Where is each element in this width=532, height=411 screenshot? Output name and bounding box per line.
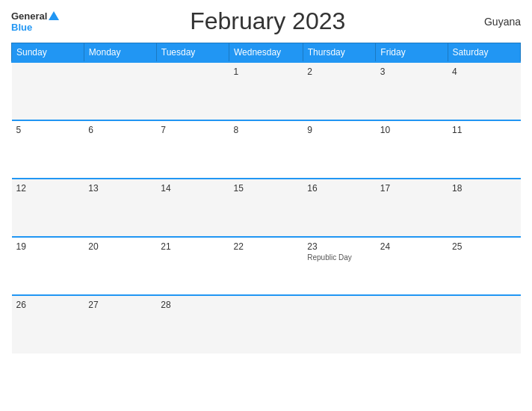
- logo-general-text: General: [11, 10, 47, 22]
- day-number: 9: [307, 125, 371, 135]
- day-number: 2: [307, 67, 371, 77]
- calendar-week-row: 1234: [12, 62, 521, 120]
- calendar-week-row: 262728: [12, 295, 521, 353]
- calendar-day-cell: 16: [303, 179, 376, 237]
- day-number: 1: [233, 67, 298, 77]
- day-number: 22: [233, 241, 298, 252]
- calendar-header-row: SundayMondayTuesdayWednesdayThursdayFrid…: [12, 43, 521, 63]
- calendar-day-cell: 11: [448, 120, 521, 179]
- day-number: 3: [380, 67, 443, 77]
- calendar-day-cell: [448, 295, 521, 353]
- calendar-day-cell: 25: [448, 237, 521, 295]
- logo: General Blue: [11, 10, 59, 33]
- day-number: 26: [16, 300, 80, 310]
- day-number: 20: [88, 241, 152, 252]
- calendar-day-cell: 22: [229, 237, 303, 295]
- country-label: Guyana: [476, 16, 521, 28]
- calendar-day-cell: 1: [229, 62, 303, 120]
- calendar-day-cell: 5: [12, 120, 84, 179]
- weekday-header: Friday: [376, 43, 448, 63]
- calendar-day-cell: 18: [448, 179, 521, 237]
- calendar-week-row: 567891011: [12, 120, 521, 179]
- calendar-day-cell: 7: [156, 120, 229, 179]
- day-number: 11: [452, 125, 516, 135]
- calendar-day-cell: 12: [12, 179, 84, 237]
- calendar-day-cell: [84, 62, 156, 120]
- calendar-day-cell: 6: [84, 120, 156, 179]
- day-number: 4: [452, 67, 516, 77]
- day-number: 10: [380, 125, 443, 135]
- calendar-day-cell: 26: [12, 295, 84, 353]
- day-number: 28: [161, 300, 224, 310]
- calendar-day-cell: 13: [84, 179, 156, 237]
- calendar-day-cell: 10: [376, 120, 448, 179]
- day-number: 15: [233, 183, 298, 194]
- calendar-day-cell: 21: [156, 237, 229, 295]
- day-number: 27: [88, 300, 152, 310]
- day-number: 16: [307, 183, 371, 194]
- logo-blue-text: Blue: [11, 22, 32, 33]
- calendar-day-cell: 27: [84, 295, 156, 353]
- calendar-grid: SundayMondayTuesdayWednesdayThursdayFrid…: [11, 43, 521, 353]
- day-number: 6: [88, 125, 152, 135]
- calendar-day-cell: 19: [12, 237, 84, 295]
- day-number: 12: [16, 183, 80, 194]
- calendar-day-cell: [156, 62, 229, 120]
- calendar-day-cell: 9: [303, 120, 376, 179]
- logo-triangle-icon: [49, 11, 59, 20]
- day-number: 21: [161, 241, 224, 252]
- day-event: Republic Day: [307, 253, 371, 262]
- calendar-day-cell: 2: [303, 62, 376, 120]
- calendar-day-cell: 3: [376, 62, 448, 120]
- day-number: 19: [16, 241, 80, 252]
- calendar-day-cell: 20: [84, 237, 156, 295]
- weekday-header: Tuesday: [156, 43, 229, 63]
- weekday-header: Wednesday: [229, 43, 303, 63]
- calendar-day-cell: 15: [229, 179, 303, 237]
- calendar-day-cell: 17: [376, 179, 448, 237]
- day-number: 5: [16, 125, 80, 135]
- day-number: 8: [233, 125, 298, 135]
- calendar-container: General Blue February 2023 Guyana Sunday…: [0, 0, 532, 411]
- day-number: 23: [307, 241, 371, 252]
- calendar-day-cell: [229, 295, 303, 353]
- calendar-week-row: 12131415161718: [12, 179, 521, 237]
- weekday-header: Sunday: [12, 43, 84, 63]
- weekday-header: Monday: [84, 43, 156, 63]
- calendar-day-cell: 14: [156, 179, 229, 237]
- day-number: 24: [380, 241, 443, 252]
- calendar-day-cell: 24: [376, 237, 448, 295]
- calendar-day-cell: 4: [448, 62, 521, 120]
- calendar-title: February 2023: [59, 7, 476, 35]
- day-number: 7: [161, 125, 224, 135]
- day-number: 13: [88, 183, 152, 194]
- calendar-header: General Blue February 2023 Guyana: [11, 7, 521, 35]
- day-number: 18: [452, 183, 516, 194]
- day-number: 25: [452, 241, 516, 252]
- calendar-day-cell: 23Republic Day: [303, 237, 376, 295]
- calendar-week-row: 1920212223Republic Day2425: [12, 237, 521, 295]
- calendar-day-cell: 28: [156, 295, 229, 353]
- calendar-day-cell: [12, 62, 84, 120]
- calendar-day-cell: 8: [229, 120, 303, 179]
- calendar-day-cell: [376, 295, 448, 353]
- day-number: 14: [161, 183, 224, 194]
- weekday-header: Saturday: [448, 43, 521, 63]
- day-number: 17: [380, 183, 443, 194]
- weekday-header: Thursday: [303, 43, 376, 63]
- calendar-day-cell: [303, 295, 376, 353]
